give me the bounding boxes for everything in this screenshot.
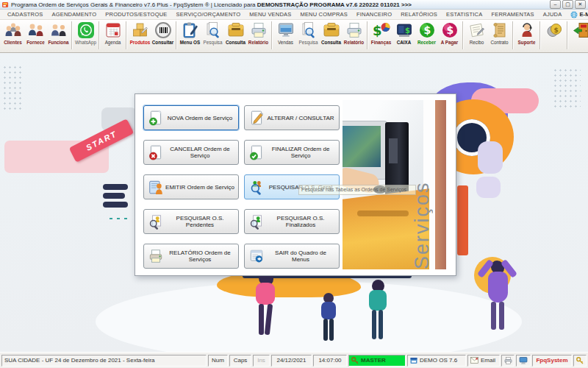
decor-person-navy bbox=[316, 293, 341, 342]
menu-compras[interactable]: MENU COMPRAS bbox=[295, 11, 352, 18]
dialog-button-label: EMITIR Ordem de Serviço bbox=[164, 184, 236, 191]
photo-drawer-line bbox=[357, 210, 409, 216]
toolbar-fornecedores-button[interactable]: Fornece bbox=[24, 21, 47, 45]
menu-ferramentas[interactable]: FERRAMENTAS bbox=[487, 11, 538, 18]
toolbar-label: CAIXA bbox=[397, 40, 412, 45]
status-brand[interactable]: FpqSystem bbox=[532, 355, 572, 367]
toolbar-contrato-button[interactable]: Contrato bbox=[488, 21, 511, 45]
toolbar-label: Consulta bbox=[226, 40, 245, 45]
toolbar-label: A Pagar bbox=[441, 40, 459, 45]
finalizar-ordem-button[interactable]: FINALIZAR Ordem de Serviço bbox=[244, 140, 340, 165]
pesquisar-os-pendentes-button[interactable]: PESQUISAR O.S. Pendentes bbox=[143, 209, 239, 234]
toolbar-agenda-button[interactable]: Agenda bbox=[101, 21, 124, 45]
toolbar-funcionarios-button[interactable]: Funciona bbox=[47, 21, 70, 45]
toolbar-recibo-button[interactable]: Recibo bbox=[465, 21, 488, 45]
barcode-search-icon bbox=[154, 21, 173, 39]
menu-agendamento[interactable]: AGENDAMENTO bbox=[47, 11, 101, 18]
toolbar-coins-button[interactable]: $ bbox=[542, 21, 565, 40]
toolbar-relatorio-os-button[interactable]: Relatório bbox=[247, 21, 270, 45]
pesquisar-os-finalizados-button[interactable]: PESQUISAR O.S. Finalizados bbox=[244, 209, 340, 234]
decor-dots-right bbox=[553, 68, 581, 109]
status-email-button[interactable]: Email bbox=[467, 355, 500, 367]
decor-orange-bar bbox=[457, 185, 468, 255]
toolbar-pesquisa-os-button[interactable]: Pesquisa bbox=[201, 21, 224, 45]
dialog-button-label: NOVA Ordem de Serviço bbox=[164, 115, 236, 121]
app-window: Programa Ordem de Serviços Gerais & Fina… bbox=[0, 0, 588, 368]
nova-ordem-button[interactable]: NOVA Ordem de Serviço bbox=[143, 105, 239, 130]
relatorio-ordens-button[interactable]: RELATÓRIO Ordem de Serviços bbox=[143, 244, 239, 269]
toolbar-exit-button[interactable] bbox=[570, 21, 588, 40]
cancel-order-icon bbox=[148, 144, 164, 160]
photo-tower-drive bbox=[389, 138, 398, 163]
finalize-order-icon bbox=[248, 144, 265, 160]
dialog-button-label: SAIR do Quadro de Menus bbox=[265, 250, 337, 263]
toolbar-caixa-button[interactable]: $ CAIXA bbox=[392, 21, 415, 45]
toolbar-label: Vendas bbox=[278, 40, 293, 45]
toolbar-suporte-button[interactable]: Suporte bbox=[515, 21, 538, 45]
search-finished-icon bbox=[248, 213, 265, 230]
menu-bar: CADASTROS AGENDAMENTO PRODUTOS/ESTOQUE S… bbox=[0, 10, 588, 20]
cancelar-ordem-button[interactable]: CANCELAR Ordem de Serviço bbox=[143, 140, 239, 165]
toolbar-consulta-vendas-button[interactable]: Consulta bbox=[320, 21, 343, 45]
decor-person-pink bbox=[248, 271, 282, 339]
toolbar-whatsapp-button[interactable]: WhatsApp bbox=[74, 21, 97, 45]
toolbar-label: Finanças bbox=[371, 40, 391, 45]
menu-vendas[interactable]: MENU VENDAS bbox=[245, 11, 295, 18]
toolbar-consulta-os-button[interactable]: Consulta bbox=[224, 21, 247, 45]
toolbar-pesquisa-vendas-button[interactable]: Pesquisa bbox=[297, 21, 320, 45]
menu-financeiro[interactable]: FINANCEIRO bbox=[352, 11, 396, 18]
decor-navy-bar bbox=[103, 202, 128, 208]
menu-ajuda[interactable]: AJUDA bbox=[539, 11, 567, 18]
toolbar-separator bbox=[512, 21, 514, 49]
toolbar-receber-button[interactable]: $ Receber bbox=[415, 21, 438, 45]
status-monitor-panel bbox=[516, 355, 531, 367]
toolbar-a-pagar-button[interactable]: $ A Pagar bbox=[438, 21, 461, 45]
window-flag-icon bbox=[410, 357, 417, 364]
decor-dots-left bbox=[2, 65, 21, 112]
alterar-consultar-button[interactable]: ALTERAR / CONSULTAR bbox=[244, 105, 340, 130]
close-icon[interactable]: ✕ bbox=[575, 0, 586, 9]
menu-estatistica[interactable]: ESTATISTICA bbox=[442, 11, 487, 18]
edit-order-icon bbox=[248, 110, 265, 126]
coins-icon: $ bbox=[545, 21, 564, 39]
search-general-icon bbox=[248, 179, 265, 195]
toolbar-label: Suporte bbox=[518, 40, 536, 45]
menu-email-label: E-MAIL bbox=[579, 11, 588, 18]
menu-email[interactable]: E-MAIL bbox=[566, 11, 588, 18]
email-globe-icon bbox=[570, 11, 578, 18]
status-num-indicator: Num bbox=[208, 355, 228, 367]
status-email-label: Email bbox=[481, 357, 495, 364]
toolbar-label: Contrato bbox=[490, 40, 508, 45]
toolbar-consultar-button[interactable]: Consultar bbox=[151, 21, 174, 45]
menu-servico-orcamento[interactable]: SERVIÇO/ORÇAMENTO bbox=[172, 11, 245, 18]
maximize-icon[interactable]: ▢ bbox=[562, 0, 573, 9]
toolbar-financas-button[interactable]: $ Finanças bbox=[370, 21, 392, 45]
receipt-icon bbox=[467, 21, 487, 39]
menu-produtos-estoque[interactable]: PRODUTOS/ESTOQUE bbox=[101, 11, 171, 18]
emitir-ordem-button[interactable]: EMITIR Ordem de Serviço bbox=[143, 174, 239, 199]
sair-quadro-menus-button[interactable]: SAIR do Quadro de Menus bbox=[244, 244, 340, 269]
toolbar-produtos-button[interactable]: Produtos bbox=[129, 21, 151, 45]
search-document-icon bbox=[204, 21, 223, 39]
contract-icon bbox=[490, 21, 509, 39]
photo-screen bbox=[343, 126, 381, 167]
window-title-app: Programa Ordem de Serviços Gerais & Fina… bbox=[11, 1, 257, 8]
toolbar-vendas-button[interactable]: Vendas bbox=[274, 21, 297, 45]
toolbar-separator bbox=[271, 21, 273, 49]
status-time: 14:07:00 bbox=[313, 355, 347, 367]
window-title-license: DEMONSTRAÇÃO PROGRAMA v7.6 220222 011021… bbox=[257, 1, 412, 8]
photo-salmon-strip bbox=[435, 100, 446, 269]
toolbar-menu-os-button[interactable]: Menu OS bbox=[179, 21, 201, 45]
menu-cadastros[interactable]: CADASTROS bbox=[3, 11, 47, 18]
window-title: Programa Ordem de Serviços Gerais & Fina… bbox=[11, 1, 412, 8]
toolbar-relatorio-vendas-button[interactable]: Relatório bbox=[343, 21, 365, 45]
minimize-icon[interactable]: – bbox=[550, 0, 561, 9]
report-printer-icon bbox=[345, 21, 364, 39]
toolbar-separator bbox=[176, 21, 177, 49]
toolbar-label: Menu OS bbox=[180, 40, 200, 45]
status-product: DEMO OS 7.6 bbox=[420, 357, 457, 364]
dialog-button-label: ALTERAR / CONSULTAR bbox=[265, 115, 337, 121]
toolbar-clientes-button[interactable]: Clientes bbox=[1, 21, 24, 45]
menu-relatorios[interactable]: RELATÓRIOS bbox=[396, 11, 442, 18]
search-document-icon bbox=[299, 21, 318, 39]
